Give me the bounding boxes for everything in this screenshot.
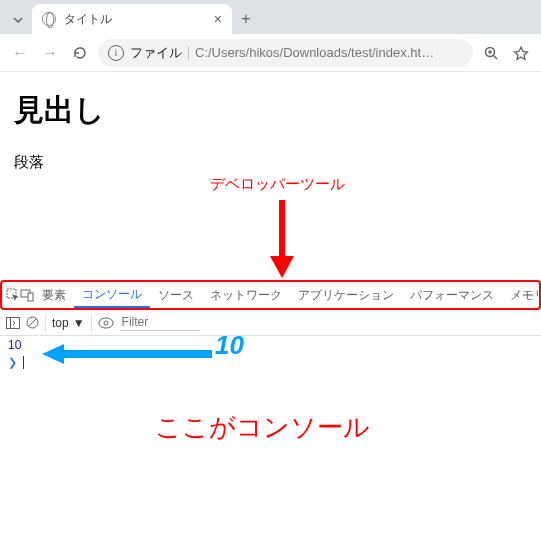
svg-point-12 xyxy=(104,321,108,325)
chevron-down-icon: ▼ xyxy=(73,316,85,330)
close-tab-icon[interactable]: × xyxy=(214,11,222,27)
execution-context-selector[interactable]: top ▼ xyxy=(45,314,92,332)
globe-icon xyxy=(42,12,56,26)
prompt-caret-icon: ❯ xyxy=(8,356,17,369)
tab-search-dropdown[interactable] xyxy=(4,6,32,34)
console-toolbar: top ▼ xyxy=(0,310,541,336)
annotation-devtools-label: デベロッパーツール xyxy=(210,175,345,194)
url-box[interactable]: i ファイル C:/Users/hikos/Downloads/test/ind… xyxy=(98,39,473,67)
annotation-big-ten: 10 xyxy=(215,330,244,361)
tab-performance[interactable]: パフォーマンス xyxy=(402,282,502,308)
url-path: C:/Users/hikos/Downloads/test/index.ht… xyxy=(195,45,463,60)
url-separator xyxy=(188,46,189,60)
device-toolbar-icon[interactable] xyxy=(20,288,34,302)
inspect-element-icon[interactable] xyxy=(6,288,20,302)
tab-sources[interactable]: ソース xyxy=(150,282,202,308)
reload-button[interactable] xyxy=(68,41,92,65)
bookmark-icon[interactable] xyxy=(509,41,533,65)
tab-application[interactable]: アプリケーション xyxy=(290,282,402,308)
annotation-arrow-left-icon xyxy=(42,344,212,364)
svg-line-1 xyxy=(494,55,498,59)
tab-memory[interactable]: メモリ xyxy=(502,282,541,308)
annotation-arrow-down-icon xyxy=(270,200,294,278)
new-tab-button[interactable]: + xyxy=(232,4,260,34)
console-sidebar-toggle-icon[interactable] xyxy=(6,317,20,329)
forward-button[interactable]: → xyxy=(38,41,62,65)
address-bar: ← → i ファイル C:/Users/hikos/Downloads/test… xyxy=(0,34,541,72)
annotation-console-here: ここがコンソール xyxy=(155,410,370,445)
site-info-icon[interactable]: i xyxy=(108,45,124,61)
svg-rect-4 xyxy=(279,200,285,258)
page-heading: 見出し xyxy=(14,90,527,131)
console-log-value: 10 xyxy=(8,338,21,352)
url-protocol: ファイル xyxy=(130,44,182,62)
page-content: 見出し 段落 xyxy=(0,72,541,190)
back-button[interactable]: ← xyxy=(8,41,32,65)
context-label: top xyxy=(52,316,69,330)
clear-console-icon[interactable] xyxy=(26,316,39,329)
svg-rect-8 xyxy=(7,317,20,328)
page-paragraph: 段落 xyxy=(14,153,527,172)
live-expression-icon[interactable] xyxy=(98,317,114,329)
browser-tab-bar: タイトル × + xyxy=(0,0,541,34)
svg-line-11 xyxy=(29,319,37,327)
devtools-tab-bar: 要素 コンソール ソース ネットワーク アプリケーション パフォーマンス メモリ xyxy=(0,280,541,310)
browser-tab[interactable]: タイトル × xyxy=(32,4,232,34)
tab-network[interactable]: ネットワーク xyxy=(202,282,290,308)
tab-console[interactable]: コンソール xyxy=(74,282,150,308)
console-filter-input[interactable] xyxy=(120,314,200,331)
svg-rect-7 xyxy=(28,293,33,301)
prompt-cursor xyxy=(23,356,24,369)
tab-title: タイトル xyxy=(64,11,206,28)
tab-elements[interactable]: 要素 xyxy=(34,282,74,308)
zoom-icon[interactable] xyxy=(479,41,503,65)
